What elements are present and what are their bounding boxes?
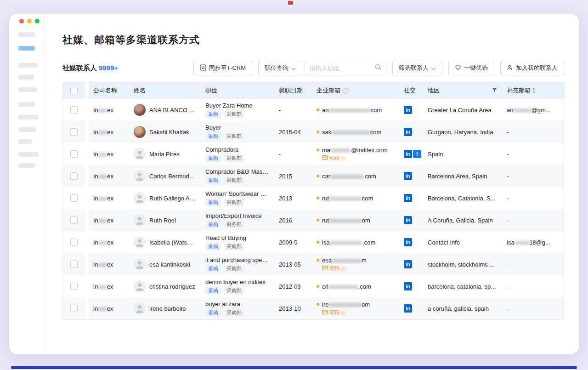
cell-date: 2013-10 [274, 297, 312, 319]
row-checkbox[interactable] [70, 261, 78, 268]
row-checkbox[interactable] [70, 305, 78, 312]
extra-email-text: - [507, 151, 509, 158]
position-tag: 采购部 [224, 110, 244, 118]
search-icon[interactable] [375, 64, 381, 72]
sidebar-item[interactable] [18, 63, 38, 68]
select-all-checkbox[interactable] [70, 87, 78, 94]
zoom-button[interactable] [35, 19, 40, 23]
optimize-heart-icon [455, 64, 461, 72]
position-tag: 采购 [205, 176, 221, 184]
cell-email: isaxxxxxxxxxxx.com [312, 231, 399, 253]
table-row: Inxxxex Maria Pires Compradora 采购采购部 - m… [63, 143, 564, 165]
region-text: Barcelona Area, Spain [428, 173, 487, 180]
cell-checkbox [63, 253, 85, 275]
sync-to-crm-button[interactable]: 同步至T-CRM [193, 61, 252, 75]
linkedin-icon[interactable]: in [404, 194, 412, 202]
avatar [134, 170, 146, 182]
contact-name: cristina rodríguez [149, 283, 195, 290]
filter-funnel-icon[interactable] [492, 87, 498, 94]
position-tag: 采购 [205, 243, 221, 250]
add-to-my-contacts-label: 加入我的联系人 [516, 64, 558, 72]
cell-date: - [274, 99, 312, 121]
linkedin-icon[interactable]: in [404, 304, 412, 313]
position-tag: 采购部 [224, 309, 244, 317]
row-checkbox[interactable] [70, 194, 78, 202]
row-checkbox[interactable] [70, 106, 78, 114]
position-query-dropdown[interactable]: 职位查询 [258, 61, 302, 75]
extra-email-text: - [507, 305, 509, 312]
add-to-my-contacts-button[interactable]: 加入我的联系人 [500, 61, 564, 75]
sidebar-item[interactable] [18, 32, 35, 37]
cell-name: Ruth Gallego Agulló [129, 187, 201, 209]
extra-email-text: isaxxxxx18@g... [507, 239, 550, 246]
linkedin-icon[interactable]: in [404, 260, 412, 268]
social-icons: in [404, 238, 412, 246]
cell-email: maxxxxxxx@inditex.com 可回xx [312, 143, 399, 165]
sidebar-item[interactable] [18, 102, 35, 107]
sidebar-item[interactable] [18, 163, 35, 168]
row-checkbox[interactable] [70, 239, 78, 246]
fixed-column-gap [85, 297, 89, 319]
minimize-button[interactable] [27, 19, 32, 23]
cell-date: 2015 [274, 165, 312, 187]
close-button[interactable] [19, 19, 24, 23]
linkedin-icon[interactable]: in [404, 216, 412, 224]
linkedin-icon[interactable]: in [404, 238, 412, 246]
fixed-column-gap [85, 165, 89, 187]
cell-social: inf [399, 143, 423, 165]
linkedin-icon[interactable]: in [404, 150, 412, 158]
sidebar-item[interactable] [18, 87, 37, 92]
row-checkbox[interactable] [70, 128, 78, 136]
position-tag: 采购 [205, 221, 221, 228]
position-search-input[interactable] [310, 65, 375, 72]
sidebar-item[interactable] [18, 139, 32, 144]
social-icons: in [404, 106, 412, 114]
sidebar-item[interactable] [18, 127, 36, 132]
cell-social: in [399, 275, 423, 297]
cell-extra-email: - [502, 121, 565, 143]
row-checkbox[interactable] [70, 150, 78, 158]
cell-name: Ruth Roel [129, 209, 201, 231]
fixed-column-gap [85, 82, 89, 99]
one-click-optimize-label: 一键优选 [464, 64, 488, 72]
linkedin-icon[interactable]: in [404, 128, 412, 136]
header-date: 就职日期 [274, 82, 312, 99]
one-click-optimize-button[interactable]: 一键优选 [448, 61, 494, 75]
position-tags: 采购采购部 [205, 176, 244, 184]
position-search-box[interactable] [305, 61, 386, 75]
extra-email-text: - [507, 195, 509, 202]
row-checkbox[interactable] [70, 283, 78, 290]
sidebar-item[interactable] [18, 115, 39, 120]
cell-company: Inxxxex [89, 165, 129, 187]
sidebar-item[interactable] [18, 75, 34, 80]
facebook-icon[interactable]: f [413, 150, 421, 158]
cell-position: Compradora 采购采购部 [201, 143, 274, 165]
add-person-icon [507, 64, 513, 72]
cell-position: Woman' Sportswear Bu... 采购采购部 [201, 187, 274, 209]
row-checkbox[interactable] [70, 216, 78, 224]
extra-email-text: anxxxxxx@gm... [507, 107, 551, 114]
sync-to-crm-label: 同步至T-CRM [209, 64, 246, 72]
extra-email-text: - [507, 173, 509, 180]
cell-position: buyer at zara 采购采购部 [201, 297, 274, 319]
position-tag: 采购部 [224, 243, 244, 250]
row-checkbox[interactable] [70, 172, 78, 180]
toolbar: 社媒联系人 9999+ 同步至T-CRM 职位查询 [62, 61, 564, 75]
contact-name: Isabella (Watson) L... [149, 239, 196, 246]
info-icon[interactable]: i [343, 88, 349, 94]
linkedin-icon[interactable]: in [404, 106, 412, 114]
linkedin-icon[interactable]: in [404, 282, 412, 290]
sidebar-item-active[interactable] [18, 46, 35, 51]
reply-badge: 可回xx [322, 309, 345, 316]
filter-contacts-dropdown[interactable]: 筛选联系人 [392, 61, 442, 75]
email-status-dot [317, 285, 319, 288]
cell-company: Inxxxex [89, 143, 129, 165]
table-row: inxxxex esa kantinkoski it and purchasin… [63, 253, 564, 275]
sidebar-item[interactable] [18, 152, 39, 157]
linkedin-icon[interactable]: in [404, 172, 412, 180]
table-header: 公司名称 姓名 职位 就职日期 企业邮箱 i 社交 地区 补充邮箱 1 [63, 82, 564, 99]
cell-checkbox [63, 297, 85, 319]
cell-date: 2015-04 [274, 121, 312, 143]
table-row: Inxxxex Isabella (Watson) L... Head of B… [63, 231, 564, 253]
cell-checkbox [63, 121, 85, 143]
